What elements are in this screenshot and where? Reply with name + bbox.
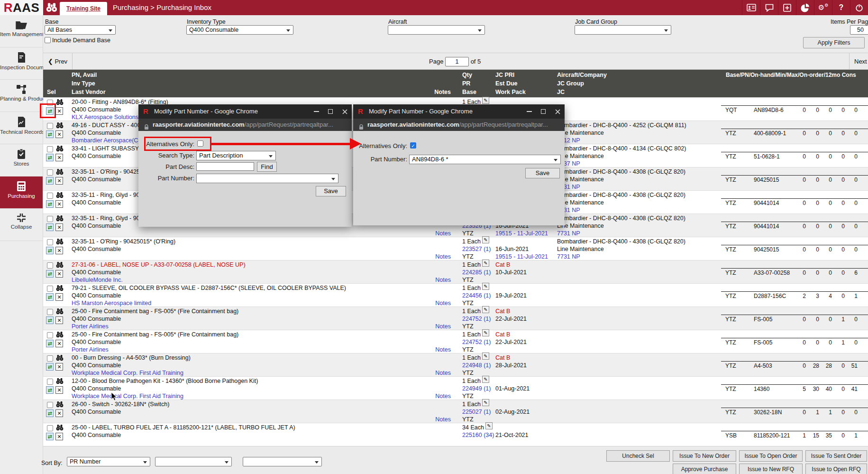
- sidebar-item-technical-records[interactable]: Technical Records: [0, 112, 43, 144]
- row-select-checkbox[interactable]: [47, 309, 53, 315]
- notes-link[interactable]: Notes: [418, 323, 451, 330]
- notes-link[interactable]: Notes: [418, 253, 451, 260]
- binoculars-icon[interactable]: [46, 2, 57, 14]
- binoculars-icon[interactable]: [56, 285, 64, 293]
- alternate-part-icon[interactable]: ⇄: [46, 433, 54, 440]
- row-select-checkbox[interactable]: [47, 355, 53, 362]
- edit-quantity-icon[interactable]: ✎: [482, 329, 489, 336]
- sort-select-2[interactable]: [155, 457, 232, 466]
- edit-quantity-icon[interactable]: ✎: [482, 306, 489, 313]
- edit-quantity-icon[interactable]: ✎: [482, 376, 489, 383]
- pr-link[interactable]: 224752 (1): [462, 339, 491, 345]
- search-type-select[interactable]: Part Description: [196, 151, 276, 160]
- edit-quantity-icon[interactable]: ✎: [482, 353, 489, 360]
- issue-to-new-order-button[interactable]: Issue To New Order: [673, 450, 736, 462]
- binoculars-icon[interactable]: [56, 354, 64, 362]
- row-select-checkbox[interactable]: [47, 425, 53, 431]
- minimize-icon[interactable]: [522, 104, 536, 119]
- row-select-checkbox[interactable]: [47, 286, 53, 292]
- last-vendor-link[interactable]: Porter Airlines: [72, 346, 109, 353]
- pr-link[interactable]: 225160 (34): [462, 432, 494, 438]
- work-pack-link[interactable]: 19515 - 11-Jul-2021: [495, 253, 548, 260]
- last-vendor-link[interactable]: LibelluleMonde Inc.: [72, 277, 123, 283]
- sidebar-item-planning-production[interactable]: Planning & Production: [0, 80, 43, 112]
- save-button[interactable]: Save: [316, 186, 346, 196]
- job-card-group-select[interactable]: [575, 25, 671, 35]
- sidebar-item-collapse[interactable]: Collapse: [0, 209, 43, 241]
- jc-link[interactable]: 7731 NP: [557, 253, 580, 260]
- row-select-checkbox[interactable]: [47, 193, 53, 199]
- alternate-part-icon[interactable]: ⇄: [46, 363, 54, 371]
- settings-gears-icon[interactable]: ⚙⚙: [814, 0, 832, 15]
- aircraft-select[interactable]: [388, 25, 485, 35]
- sort-select-1[interactable]: PR Number: [67, 457, 150, 466]
- alternate-part-icon[interactable]: ⇄: [46, 223, 54, 231]
- edit-quantity-icon[interactable]: ✎: [482, 283, 489, 290]
- notes-link[interactable]: Notes: [418, 416, 451, 423]
- save-button[interactable]: Save: [525, 168, 560, 178]
- notes-link[interactable]: Notes: [418, 370, 451, 376]
- maximize-icon[interactable]: [536, 104, 550, 119]
- sort-select-3[interactable]: [243, 457, 322, 466]
- last-vendor-link[interactable]: Porter Airlines: [72, 323, 109, 330]
- add-icon[interactable]: [778, 0, 796, 15]
- jc-link[interactable]: 7731 NP: [557, 230, 580, 237]
- alternate-part-icon[interactable]: ⇄: [46, 154, 54, 161]
- binoculars-icon[interactable]: [56, 378, 64, 386]
- remove-icon[interactable]: ✕: [55, 316, 63, 324]
- row-select-checkbox[interactable]: [47, 379, 53, 385]
- prev-page-button[interactable]: ❮ Prev: [43, 53, 73, 70]
- power-icon[interactable]: [850, 0, 868, 15]
- remove-icon[interactable]: ✕: [55, 154, 63, 161]
- remove-icon[interactable]: ✕: [55, 340, 63, 347]
- binoculars-icon[interactable]: [56, 192, 64, 200]
- remove-icon[interactable]: ✕: [55, 107, 63, 115]
- binoculars-icon[interactable]: [56, 331, 64, 339]
- issue-to-open-rfq-button[interactable]: Issue to Open RFQ: [805, 464, 867, 474]
- help-icon[interactable]: ?: [832, 0, 850, 15]
- apply-filters-button[interactable]: Apply Filters: [803, 37, 865, 48]
- window-title-bar[interactable]: R Modify Part Number - Google Chrome: [138, 104, 352, 119]
- page-input[interactable]: 1: [445, 57, 469, 66]
- find-button[interactable]: Find: [257, 162, 277, 172]
- inventory-type-select[interactable]: Q400 Consumable: [186, 25, 293, 35]
- include-demand-base-checkbox[interactable]: [45, 37, 51, 43]
- binoculars-icon[interactable]: [56, 401, 64, 409]
- alternate-part-icon[interactable]: ⇄: [46, 177, 54, 185]
- base-select[interactable]: All Bases: [45, 25, 116, 35]
- pr-link[interactable]: 224949 (1): [462, 385, 491, 392]
- last-vendor-link[interactable]: HS Marston Aerospace limited: [72, 300, 151, 307]
- binoculars-icon[interactable]: [56, 122, 64, 130]
- pie-chart-icon[interactable]: [796, 0, 814, 15]
- chat-icon[interactable]: [760, 0, 778, 15]
- last-vendor-link[interactable]: Workplace Medical Corp. First Aid Traini…: [72, 370, 183, 376]
- approve-purchase-button[interactable]: Approve Purchase: [673, 464, 736, 474]
- binoculars-icon[interactable]: [56, 215, 64, 223]
- remove-icon[interactable]: ✕: [55, 177, 63, 185]
- issue-to-new-rfq-button[interactable]: Issue to New RFQ: [739, 464, 803, 474]
- alternate-part-icon[interactable]: ⇄: [46, 200, 54, 208]
- alternate-part-icon[interactable]: ⇄: [46, 270, 54, 278]
- row-select-checkbox[interactable]: [47, 216, 53, 222]
- edit-quantity-icon[interactable]: ✎: [482, 260, 489, 267]
- issue-to-open-order-button[interactable]: Issue To Open Order: [739, 450, 803, 462]
- binoculars-icon[interactable]: [56, 238, 64, 246]
- sidebar-item-inspection-documents[interactable]: Inspection Documents: [0, 47, 43, 80]
- row-select-checkbox[interactable]: [47, 262, 53, 269]
- remove-icon[interactable]: ✕: [55, 130, 63, 138]
- last-vendor-link[interactable]: Workplace Medical Corp. First Aid Traini…: [72, 393, 183, 400]
- binoculars-icon[interactable]: [56, 99, 64, 107]
- contact-card-icon[interactable]: [742, 0, 760, 15]
- alternate-part-icon[interactable]: ⇄: [46, 386, 54, 394]
- binoculars-icon[interactable]: [56, 424, 64, 432]
- remove-icon[interactable]: ✕: [55, 409, 63, 417]
- items-per-page-input[interactable]: 50: [850, 25, 868, 35]
- maximize-icon[interactable]: [323, 104, 338, 119]
- next-page-button[interactable]: Next ❯: [849, 53, 868, 70]
- close-icon[interactable]: [338, 104, 352, 119]
- binoculars-icon[interactable]: [56, 145, 64, 153]
- sidebar-item-purchasing[interactable]: Purchasing: [0, 177, 43, 209]
- remove-icon[interactable]: ✕: [55, 293, 63, 301]
- row-select-checkbox[interactable]: [47, 402, 53, 408]
- remove-icon[interactable]: ✕: [55, 433, 63, 440]
